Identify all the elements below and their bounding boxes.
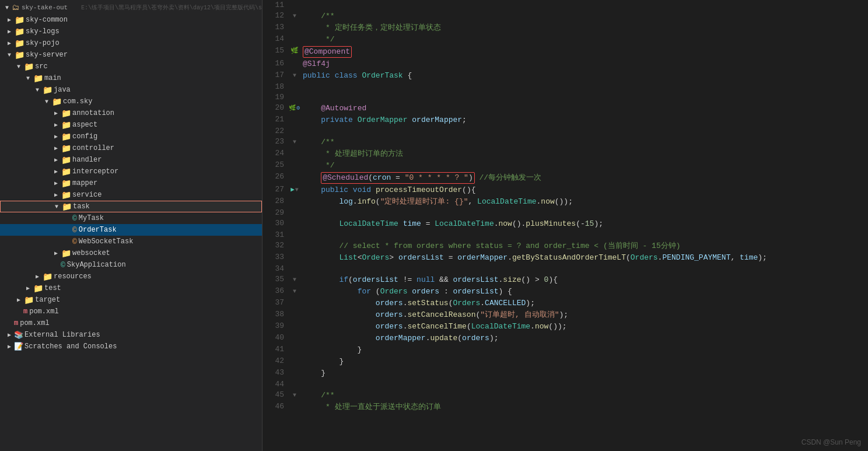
fold-icon[interactable]: ▼ bbox=[293, 288, 296, 295]
table-row: 15 🌿 @Component bbox=[262, 46, 868, 58]
sidebar-item-scratches[interactable]: ▶ 📝 Scratches and Consoles bbox=[0, 341, 262, 352]
code-content bbox=[300, 379, 868, 390]
websocket-icon: 📁 bbox=[61, 249, 71, 258]
sidebar-item-target[interactable]: ▶ 📁 target bbox=[0, 294, 262, 306]
aspect-icon: 📁 bbox=[61, 120, 71, 130]
code-content bbox=[300, 0, 868, 11]
gutter-cell bbox=[289, 196, 300, 208]
sidebar-item-mapper[interactable]: ▶ 📁 mapper bbox=[0, 177, 262, 189]
ext-libs-arrow: ▶ bbox=[5, 331, 14, 338]
sidebar-item-annotation[interactable]: ▶ 📁 annotation bbox=[0, 107, 262, 119]
sidebar-item-sky-common[interactable]: ▶ 📁 sky-common bbox=[0, 14, 262, 26]
sidebar-item-aspect[interactable]: ▶ 📁 aspect bbox=[0, 119, 262, 131]
line-number: 15 bbox=[262, 46, 289, 58]
sidebar-item-sky-pojo[interactable]: ▶ 📁 sky-pojo bbox=[0, 37, 262, 49]
controller-arrow: ▶ bbox=[51, 145, 61, 152]
sidebar-item-src[interactable]: ▼ 📁 src bbox=[0, 61, 262, 72]
line-number: 35 bbox=[262, 274, 289, 286]
handler-icon: 📁 bbox=[61, 155, 71, 165]
sidebar-item-controller[interactable]: ▶ 📁 controller bbox=[0, 142, 262, 154]
table-row: 33 List<Orders> ordersList = orderMapper… bbox=[262, 252, 868, 264]
autowired-icon: 🌿 bbox=[289, 105, 296, 111]
sidebar-item-sky-server[interactable]: ▼ 📁 sky-server bbox=[0, 49, 262, 61]
ext-libs-icon: 📚 bbox=[14, 330, 23, 340]
sidebar-item-skyapplication[interactable]: © SkyApplication bbox=[0, 259, 262, 271]
file-tree[interactable]: ▼ 🗂 sky-take-out E:\练手项目\黑马程序员\苍穹外卖\资料\d… bbox=[0, 0, 262, 451]
line-number: 43 bbox=[262, 368, 289, 379]
table-row: 29 bbox=[262, 208, 868, 218]
gutter-cell: ▶▼ bbox=[289, 184, 300, 196]
interceptor-icon: 📁 bbox=[61, 167, 71, 177]
aspect-label: aspect bbox=[72, 121, 262, 129]
code-content: * 定时任务类，定时处理订单状态 bbox=[300, 22, 868, 34]
table-row: 46 * 处理一直处于派送中状态的订单 bbox=[262, 401, 868, 413]
gutter-cell bbox=[289, 298, 300, 309]
sidebar-item-java[interactable]: ▼ 📁 java bbox=[0, 84, 262, 96]
line-number: 34 bbox=[262, 264, 289, 274]
sidebar-item-websocket[interactable]: ▶ 📁 websocket bbox=[0, 247, 262, 259]
sidebar-item-sky-logs[interactable]: ▶ 📁 sky-logs bbox=[0, 26, 262, 37]
code-content: private OrderMapper orderMapper; bbox=[300, 114, 868, 126]
code-content: @Slf4j bbox=[300, 58, 868, 70]
java-arrow: ▼ bbox=[33, 87, 42, 93]
code-content bbox=[300, 126, 868, 137]
line-number: 22 bbox=[262, 126, 289, 137]
sidebar-item-handler[interactable]: ▶ 📁 handler bbox=[0, 154, 262, 166]
line-number: 36 bbox=[262, 286, 289, 298]
fold-icon[interactable]: ▼ bbox=[293, 13, 296, 19]
task-icon: 📁 bbox=[61, 202, 72, 212]
sidebar-item-interceptor[interactable]: ▶ 📁 interceptor bbox=[0, 166, 262, 177]
sky-pojo-arrow: ▶ bbox=[5, 40, 14, 47]
gutter-cell: ▼ bbox=[289, 70, 300, 82]
controller-icon: 📁 bbox=[61, 144, 71, 153]
line-number: 28 bbox=[262, 196, 289, 208]
gutter-cell bbox=[289, 22, 300, 34]
sidebar-item-resources[interactable]: ▶ 📁 resources bbox=[0, 271, 262, 282]
fold-icon[interactable]: ▼ bbox=[295, 187, 299, 193]
config-label: config bbox=[72, 132, 262, 141]
gutter-cell: 🌿⚙ bbox=[289, 103, 300, 114]
line-number: 27 bbox=[262, 184, 289, 196]
sidebar-item-mytask[interactable]: © MyTask bbox=[0, 212, 262, 224]
fold-icon[interactable]: ▼ bbox=[293, 139, 296, 145]
com-sky-icon: 📁 bbox=[51, 97, 62, 107]
sidebar-item-ext-libs[interactable]: ▶ 📚 External Libraries bbox=[0, 329, 262, 341]
sky-server-arrow: ▼ bbox=[5, 52, 14, 58]
com-sky-label: com.sky bbox=[63, 97, 262, 106]
table-row: 31 bbox=[262, 230, 868, 240]
fold-icon[interactable]: ▼ bbox=[293, 72, 296, 79]
sidebar-item-config[interactable]: ▶ 📁 config bbox=[0, 131, 262, 142]
fold-icon[interactable]: ▼ bbox=[293, 277, 296, 283]
sidebar-item-service[interactable]: ▶ 📁 service bbox=[0, 189, 262, 201]
code-content: LocalDateTime time = LocalDateTime.now()… bbox=[300, 218, 868, 230]
code-content: @Scheduled(cron = "0 * * * * ? ") //每分钟触… bbox=[300, 172, 868, 184]
sidebar-item-ordertask[interactable]: © OrderTask bbox=[0, 224, 262, 236]
sidebar-item-pom-root[interactable]: m pom.xml bbox=[0, 317, 262, 329]
websockettask-label: WebSocketTask bbox=[79, 237, 262, 246]
target-arrow: ▶ bbox=[14, 296, 23, 303]
sidebar-item-test[interactable]: ▶ 📁 test bbox=[0, 282, 262, 294]
config-arrow: ▶ bbox=[51, 133, 61, 140]
sidebar-item-websockettask[interactable]: © WebSocketTask bbox=[0, 236, 262, 247]
code-content: orders.setCancelTime(LocalDateTime.now()… bbox=[300, 321, 868, 333]
table-row: 38 orders.setCancelReason("订单超时, 自动取消"); bbox=[262, 309, 868, 321]
fold-icon[interactable]: ▼ bbox=[293, 392, 296, 398]
gutter-cell bbox=[289, 172, 300, 184]
task-arrow: ▼ bbox=[52, 204, 61, 210]
code-editor[interactable]: 11 12 ▼ /** 13 * 定时任务类，定时处理订单状态 14 bbox=[262, 0, 868, 451]
sidebar-item-task[interactable]: ▼ 📁 task bbox=[0, 201, 262, 212]
table-row: 44 bbox=[262, 379, 868, 390]
gutter-cell: ▼ bbox=[289, 274, 300, 286]
sidebar-item-com-sky[interactable]: ▼ 📁 com.sky bbox=[0, 96, 262, 107]
sidebar-item-pom-server[interactable]: m pom.xml bbox=[0, 306, 262, 317]
code-lines: 11 12 ▼ /** 13 * 定时任务类，定时处理订单状态 14 bbox=[262, 0, 868, 413]
project-root[interactable]: ▼ 🗂 sky-take-out E:\练手项目\黑马程序员\苍穹外卖\资料\d… bbox=[0, 1, 262, 14]
line-number: 19 bbox=[262, 92, 289, 103]
pom-root-icon: m bbox=[14, 319, 18, 327]
table-row: 30 LocalDateTime time = LocalDateTime.no… bbox=[262, 218, 868, 230]
sidebar-item-main[interactable]: ▼ 📁 main bbox=[0, 72, 262, 84]
table-row: 24 * 处理超时订单的方法 bbox=[262, 148, 868, 160]
run-icon[interactable]: ▶ bbox=[290, 186, 295, 193]
code-content: orders.setStatus(Orders.CANCELLED); bbox=[300, 298, 868, 309]
sky-common-label: sky-common bbox=[26, 16, 262, 24]
